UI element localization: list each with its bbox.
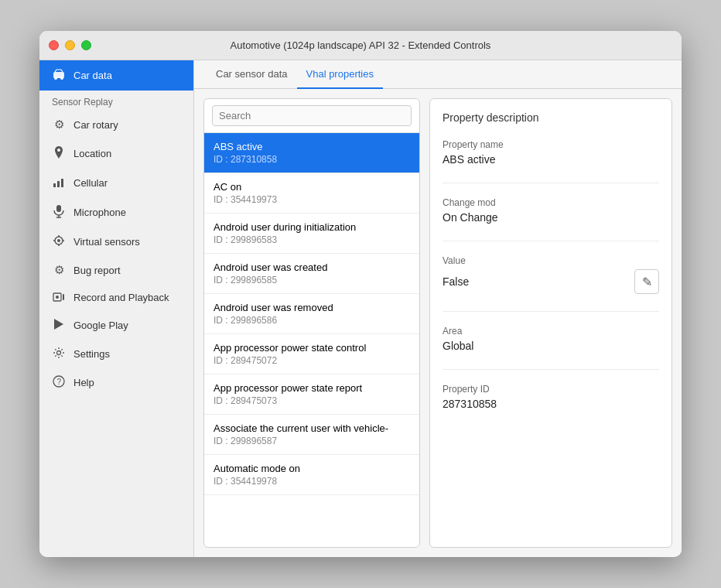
tab-car-sensor-data[interactable]: Car sensor data bbox=[207, 60, 297, 89]
bug-report-icon: ⚙ bbox=[52, 263, 66, 277]
sidebar-label-google-play: Google Play bbox=[73, 320, 128, 331]
property-id: ID : 354419978 bbox=[214, 476, 410, 487]
help-icon: ? bbox=[52, 375, 66, 390]
sidebar-item-location[interactable]: Location bbox=[39, 138, 193, 169]
list-item[interactable]: Associate the current user with vehicle-… bbox=[204, 415, 419, 455]
cellular-icon bbox=[52, 176, 66, 190]
maximize-button[interactable] bbox=[81, 40, 91, 50]
svg-point-1 bbox=[54, 77, 57, 80]
property-name-value: ABS active bbox=[443, 153, 659, 166]
property-id: ID : 287310858 bbox=[214, 154, 410, 165]
property-name: Android user was created bbox=[214, 262, 410, 273]
divider-4 bbox=[443, 369, 659, 370]
svg-point-3 bbox=[57, 149, 60, 152]
property-name: App processor power state report bbox=[214, 382, 410, 394]
property-id: ID : 354419973 bbox=[214, 194, 410, 205]
sidebar-item-bug-report[interactable]: ⚙ Bug report bbox=[39, 256, 193, 284]
sidebar-label-car-data: Car data bbox=[73, 70, 112, 81]
sidebar-label-car-rotary: Car rotary bbox=[73, 119, 118, 131]
main-panel: Car sensor data Vhal properties ABS a bbox=[194, 60, 682, 557]
sidebar-item-cellular[interactable]: Cellular bbox=[39, 169, 193, 197]
property-id-label: Property ID bbox=[443, 384, 659, 395]
sidebar-label-settings: Settings bbox=[73, 348, 110, 360]
location-icon bbox=[52, 145, 66, 162]
settings-icon bbox=[52, 347, 66, 361]
titlebar: Automotive (1024p landscape) API 32 - Ex… bbox=[39, 31, 682, 60]
sidebar-item-help[interactable]: ? Help bbox=[39, 368, 193, 397]
list-item[interactable]: Automatic mode on ID : 354419978 bbox=[204, 455, 419, 495]
close-button[interactable] bbox=[49, 40, 59, 50]
virtual-sensors-icon bbox=[52, 234, 66, 249]
list-item[interactable]: Android user was created ID : 299896585 bbox=[204, 254, 419, 294]
svg-text:?: ? bbox=[57, 378, 62, 386]
property-name: Automatic mode on bbox=[214, 463, 410, 474]
sidebar-label-location: Location bbox=[73, 148, 111, 159]
property-name: ABS active bbox=[214, 141, 410, 152]
area-label: Area bbox=[443, 326, 659, 337]
traffic-lights bbox=[49, 40, 91, 50]
list-item[interactable]: Android user was removed ID : 299896586 bbox=[204, 294, 419, 334]
sidebar-item-google-play[interactable]: Google Play bbox=[39, 311, 193, 340]
list-item[interactable]: AC on ID : 354419973 bbox=[204, 173, 419, 214]
sidebar-item-microphone[interactable]: Microphone bbox=[39, 197, 193, 227]
property-name: Associate the current user with vehicle- bbox=[214, 422, 410, 434]
divider-3 bbox=[443, 311, 659, 312]
google-play-icon bbox=[52, 318, 66, 333]
property-id: ID : 289475072 bbox=[214, 355, 410, 366]
property-id-value: 287310858 bbox=[443, 398, 659, 410]
divider-2 bbox=[443, 241, 659, 241]
value-content-row: False ✎ bbox=[443, 269, 659, 294]
sidebar-item-car-data[interactable]: Car data bbox=[39, 60, 193, 91]
divider-1 bbox=[443, 183, 659, 183]
svg-rect-14 bbox=[63, 294, 64, 300]
sidebar-section-sensor-replay: Sensor Replay bbox=[39, 91, 193, 111]
panel-body: ABS active ID : 287310858 AC on ID : 354… bbox=[194, 89, 682, 557]
sidebar-label-cellular: Cellular bbox=[73, 177, 108, 189]
svg-rect-5 bbox=[57, 181, 60, 187]
list-item[interactable]: ABS active ID : 287310858 bbox=[204, 133, 419, 173]
microphone-icon bbox=[52, 204, 66, 220]
property-name: AC on bbox=[214, 181, 410, 193]
sidebar: Car data Sensor Replay ⚙ Car rotary bbox=[39, 60, 194, 557]
property-name: Android user during initialization bbox=[214, 221, 410, 233]
area-row: Area Global bbox=[443, 326, 659, 352]
pencil-icon: ✎ bbox=[642, 275, 652, 289]
sidebar-label-record-playback: Record and Playback bbox=[73, 292, 169, 303]
window-title: Automotive (1024p landscape) API 32 - Ex… bbox=[231, 39, 491, 51]
main-window: Automotive (1024p landscape) API 32 - Ex… bbox=[39, 31, 682, 557]
car-rotary-icon: ⚙ bbox=[52, 118, 66, 132]
area-value: Global bbox=[443, 340, 659, 352]
property-id: ID : 299896587 bbox=[214, 436, 410, 446]
property-name-row: Property name ABS active bbox=[443, 139, 659, 166]
search-input[interactable] bbox=[212, 105, 412, 126]
record-playback-icon bbox=[52, 291, 66, 304]
sidebar-item-record-playback[interactable]: Record and Playback bbox=[39, 284, 193, 311]
svg-rect-6 bbox=[61, 179, 63, 187]
change-mod-value: On Change bbox=[443, 211, 659, 224]
sidebar-item-settings[interactable]: Settings bbox=[39, 340, 193, 368]
sidebar-label-bug-report: Bug report bbox=[73, 265, 121, 276]
value-row: Value False ✎ bbox=[443, 255, 659, 294]
property-id: ID : 299896583 bbox=[214, 234, 410, 245]
value-value: False bbox=[443, 275, 469, 288]
tab-bar: Car sensor data Vhal properties bbox=[194, 60, 682, 89]
change-mod-label: Change mod bbox=[443, 197, 659, 208]
property-list-section: ABS active ID : 287310858 AC on ID : 354… bbox=[203, 98, 420, 548]
tab-vhal-properties[interactable]: Vhal properties bbox=[297, 60, 383, 89]
minimize-button[interactable] bbox=[65, 40, 75, 50]
sidebar-label-help: Help bbox=[73, 377, 94, 388]
sidebar-label-virtual-sensors: Virtual sensors bbox=[73, 236, 140, 248]
sidebar-item-car-rotary[interactable]: ⚙ Car rotary bbox=[39, 111, 193, 138]
property-name: App processor power state control bbox=[214, 342, 410, 354]
svg-point-11 bbox=[57, 239, 60, 242]
property-description-panel: Property description Property name ABS a… bbox=[429, 98, 672, 548]
sidebar-item-virtual-sensors[interactable]: Virtual sensors bbox=[39, 227, 193, 256]
value-label: Value bbox=[443, 255, 659, 266]
property-id: ID : 289475073 bbox=[214, 395, 410, 406]
edit-value-button[interactable]: ✎ bbox=[634, 269, 659, 294]
list-item[interactable]: App processor power state report ID : 28… bbox=[204, 374, 419, 415]
svg-point-13 bbox=[56, 296, 59, 299]
property-id-row: Property ID 287310858 bbox=[443, 384, 659, 410]
list-item[interactable]: App processor power state control ID : 2… bbox=[204, 334, 419, 374]
list-item[interactable]: Android user during initialization ID : … bbox=[204, 214, 419, 254]
